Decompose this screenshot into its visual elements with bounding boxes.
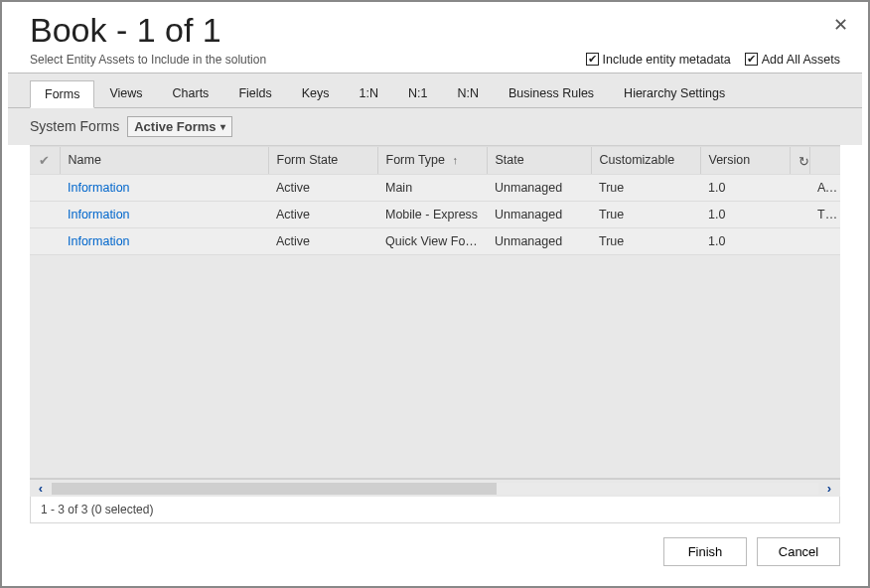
add-all-assets-checkbox[interactable]: ✔ Add All Assets (745, 53, 840, 67)
cell-form-type: Quick View Form (377, 227, 487, 254)
tab-label: Views (109, 86, 142, 100)
horizontal-scrollbar[interactable]: ‹ › (30, 479, 840, 497)
row-checkbox[interactable] (30, 174, 60, 201)
cell-state: Unmanaged (487, 227, 591, 254)
tab-label: Hierarchy Settings (624, 86, 725, 100)
scroll-left-icon[interactable]: ‹ (30, 481, 52, 496)
forms-grid: ✔ Name Form State Form Type ↑ State Cust… (30, 145, 840, 479)
checkmark-icon: ✔ (745, 53, 758, 66)
cell-version: 1.0 (700, 201, 790, 227)
refresh-icon[interactable]: ↻ (798, 154, 809, 169)
column-header-refresh: ↻ (790, 146, 809, 174)
tab-label: N:1 (408, 86, 427, 100)
cell-customizable: True (591, 227, 700, 254)
form-name-link[interactable]: Information (68, 181, 130, 195)
system-forms-label: System Forms (30, 118, 119, 134)
column-header-form-type[interactable]: Form Type ↑ (377, 146, 487, 174)
column-header-form-state[interactable]: Form State (268, 146, 377, 174)
tab-fields[interactable]: Fields (223, 79, 286, 107)
checkmark-icon: ✔ (586, 53, 599, 66)
tab-charts[interactable]: Charts (158, 79, 224, 107)
row-checkbox[interactable] (30, 227, 60, 254)
table-row[interactable]: InformationActiveMainUnmanagedTrue1.0A f… (30, 174, 840, 201)
scroll-thumb[interactable] (52, 483, 497, 495)
cell-form-state: Active (268, 227, 377, 254)
sort-asc-icon: ↑ (453, 154, 459, 166)
cell-form-type: Mobile - Express (377, 201, 487, 227)
column-header-customizable[interactable]: Customizable (591, 146, 700, 174)
tab-label: N:N (457, 86, 479, 100)
asset-selection-dialog: ✕ Book - 1 of 1 Select Entity Assets to … (0, 0, 870, 588)
include-entity-metadata-label: Include entity metadata (603, 53, 731, 67)
cell-state: Unmanaged (487, 201, 591, 227)
select-all-checkbox[interactable]: ✔ (30, 146, 60, 174)
tab-business-rules[interactable]: Business Rules (494, 79, 609, 107)
column-header-name[interactable]: Name (60, 146, 268, 174)
cancel-button[interactable]: Cancel (757, 537, 840, 566)
cell-form-state: Active (268, 201, 377, 227)
column-header-version[interactable]: Version (700, 146, 790, 174)
close-icon[interactable]: ✕ (833, 14, 848, 36)
cell-name: Information (60, 201, 268, 227)
cell-spacer (790, 174, 809, 201)
grid-status: 1 - 3 of 3 (0 selected) (30, 497, 840, 523)
tab-label: Business Rules (508, 86, 594, 100)
add-all-assets-label: Add All Assets (762, 53, 840, 67)
scroll-right-icon[interactable]: › (818, 481, 840, 496)
tab-label: 1:N (360, 86, 378, 100)
form-filter-dropdown[interactable]: Active Forms ▾ (127, 116, 231, 137)
tab-1n[interactable]: 1:N (345, 79, 393, 107)
form-filter-label: Active Forms (134, 119, 216, 134)
table-row[interactable]: InformationActiveMobile - ExpressUnmanag… (30, 201, 840, 227)
dialog-footer: Finish Cancel (8, 523, 862, 580)
column-header-spacer (809, 146, 840, 174)
table-row[interactable]: InformationActiveQuick View FormUnmanage… (30, 227, 840, 254)
cell-form-state: Active (268, 174, 377, 201)
tab-hierarchy-settings[interactable]: Hierarchy Settings (609, 79, 740, 107)
tab-label: Charts (173, 86, 210, 100)
tab-views[interactable]: Views (94, 79, 157, 107)
cell-description (809, 227, 840, 254)
cell-name: Information (60, 174, 268, 201)
cell-version: 1.0 (700, 227, 790, 254)
include-entity-metadata-checkbox[interactable]: ✔ Include entity metadata (586, 53, 731, 67)
scroll-track[interactable] (52, 483, 818, 495)
grid-header-row: ✔ Name Form State Form Type ↑ State Cust… (30, 146, 840, 174)
cell-customizable: True (591, 201, 700, 227)
tab-n1[interactable]: N:1 (393, 79, 442, 107)
tab-nn[interactable]: N:N (442, 79, 494, 107)
cell-form-type: Main (377, 174, 487, 201)
tab-label: Forms (45, 87, 79, 101)
page-title: Book - 1 of 1 (30, 10, 840, 51)
cell-description: A fo (809, 174, 840, 201)
cell-spacer (790, 201, 809, 227)
finish-button[interactable]: Finish (663, 537, 747, 566)
cell-state: Unmanaged (487, 174, 591, 201)
cell-description: This (809, 201, 840, 227)
entity-assets-tabs: Forms Views Charts Fields Keys 1:N N:1 N… (8, 74, 862, 108)
cell-version: 1.0 (700, 174, 790, 201)
forms-toolbar: System Forms Active Forms ▾ (8, 108, 862, 145)
cell-spacer (790, 227, 809, 254)
tab-label: Fields (238, 86, 271, 100)
form-name-link[interactable]: Information (68, 208, 130, 221)
tab-label: Keys (302, 86, 330, 100)
tab-forms[interactable]: Forms (30, 80, 94, 108)
tab-keys[interactable]: Keys (287, 79, 345, 107)
dialog-header: Book - 1 of 1 Select Entity Assets to In… (8, 8, 862, 74)
page-subtitle: Select Entity Assets to Include in the s… (30, 53, 266, 67)
chevron-down-icon: ▾ (220, 121, 225, 132)
cell-customizable: True (591, 174, 700, 201)
column-header-state[interactable]: State (487, 146, 591, 174)
form-name-link[interactable]: Information (68, 234, 130, 248)
row-checkbox[interactable] (30, 201, 60, 227)
cell-name: Information (60, 227, 268, 254)
